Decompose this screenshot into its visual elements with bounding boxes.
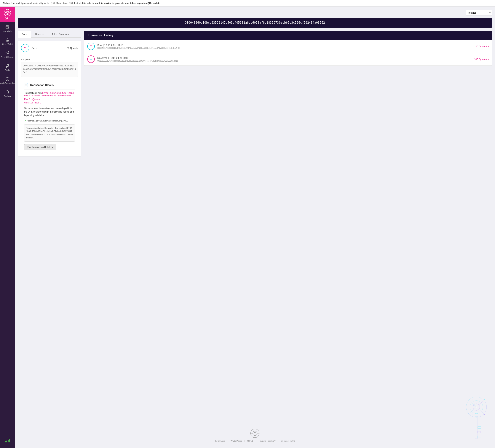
- lock-icon: [5, 38, 10, 42]
- sidebar-item-new-wallet[interactable]: New Wallet: [0, 22, 15, 35]
- content-columns: Send Receive Token Balances: [18, 31, 492, 423]
- recipient-value: 20 Quanta -> Q010400b49b69093b8c212a0b0a…: [21, 62, 78, 77]
- sent-label: Sent: [31, 46, 37, 50]
- qrl-logo-icon: [4, 9, 11, 16]
- notice-bar: Notice: This wallet provides functionali…: [0, 0, 495, 7]
- sent-row: Sent 20 Quanta: [21, 44, 78, 55]
- send-icon: [5, 51, 10, 55]
- tools-icon: [5, 64, 10, 68]
- footer-logo: [18, 429, 492, 438]
- tx-fee-value: 0.1: [29, 98, 32, 101]
- transaction-details: 📄 Transaction Details Transaction Hash 8…: [21, 80, 78, 153]
- tx-sent-title: Sent | 16:19 2 Feb 2019: [97, 44, 473, 46]
- tx-node-row: ✓ testnet-1-private.automated.theqrl.org…: [24, 119, 75, 122]
- tx-details-header: 📄 Transaction Details: [24, 83, 75, 90]
- doc-icon: 📄: [24, 83, 28, 87]
- notice-bold: It is safe to use this service to genera…: [82, 2, 160, 4]
- new-wallet-label: New Wallet: [3, 30, 12, 32]
- network-select[interactable]: Mainnet Testnet: [466, 10, 492, 15]
- close-wallet-label: Close Wallet: [2, 43, 13, 45]
- tx-ots-value: 0: [40, 101, 41, 104]
- tx-status-box: Transaction Status: Complete - Transacti…: [24, 124, 75, 142]
- svg-point-0: [6, 11, 9, 14]
- check-icon: ✓: [24, 119, 27, 122]
- verify-transaction-label: Verify Transaction: [0, 82, 15, 84]
- sidebar-item-close-wallet[interactable]: Close Wallet: [0, 35, 15, 48]
- tx-received-hash: Q01030098c5f196bd399b480c28c7b2ab36c6012…: [97, 60, 472, 62]
- footer-links: theQRL.org | White Paper | Github | Foun…: [18, 440, 492, 442]
- tx-sent-info: Sent | 16:19 2 Feb 2019 Q010400b49b69093…: [97, 44, 473, 49]
- send-panel: Sent 20 Quanta Recipient 20 Quanta -> Q0…: [18, 41, 81, 156]
- svg-point-1: [7, 12, 8, 14]
- tx-received-icon: [87, 55, 95, 63]
- svg-point-14: [254, 432, 256, 434]
- tx-details-title: Transaction Details: [30, 83, 54, 86]
- raw-tx-label: Raw Transaction Details ∨: [27, 146, 54, 149]
- received-history-icon: [89, 57, 93, 61]
- footer-link-problem[interactable]: Found a Problem?: [259, 440, 275, 442]
- footer-link-github[interactable]: Github: [247, 440, 253, 442]
- sidebar-item-explorer[interactable]: Explorer: [0, 87, 15, 100]
- check-circle-icon: [5, 77, 10, 81]
- tab-token-balances[interactable]: Token Balances: [48, 31, 73, 37]
- send-receive-label: Send & Receive: [1, 56, 14, 58]
- signal-indicator: [5, 436, 10, 448]
- signal-bars: [5, 436, 10, 445]
- tx-fee-line: Fee 0.1 Quanta: [24, 98, 75, 101]
- main-content: Mainnet Testnet Q00040060e10bcd03522147b…: [15, 7, 495, 448]
- svg-rect-6: [6, 26, 9, 28]
- tx-ots-line: OTS Key Index 0: [24, 101, 75, 104]
- tx-history-item-sent[interactable]: Sent | 16:19 2 Feb 2019 Q010400b49b69093…: [84, 40, 492, 53]
- raw-transaction-button[interactable]: Raw Transaction Details ∨: [24, 144, 56, 150]
- signal-bar-1: [5, 441, 6, 442]
- sidebar: QRL New Wallet: [0, 7, 15, 448]
- notice-text: This wallet provides functionality for t…: [11, 2, 82, 4]
- tx-received-title: Received | 16:14 2 Feb 2019: [97, 56, 472, 59]
- notice-prefix: Notice:: [3, 2, 11, 4]
- tx-success-text: Success! Your transaction has been relay…: [24, 107, 75, 117]
- tx-history-list: Sent | 16:19 2 Feb 2019 Q010400b49b69093…: [84, 40, 492, 66]
- footer: theQRL.org | White Paper | Github | Foun…: [18, 423, 492, 445]
- tx-history-item-received[interactable]: Received | 16:14 2 Feb 2019 Q01030098c5f…: [84, 53, 492, 66]
- tools-label: Tools: [5, 69, 10, 71]
- signal-bar-2: [6, 441, 7, 442]
- tx-hash-line: Transaction Hash 827d21b35b7926b8f5bc71a…: [24, 92, 75, 97]
- sent-history-icon: [89, 44, 93, 48]
- tab-receive[interactable]: Receive: [31, 31, 48, 37]
- sent-amount: 20 Quanta: [67, 47, 78, 50]
- tab-send[interactable]: Send: [18, 31, 31, 38]
- tx-sent-hash: Q010400b49b69093b8c212a0b0a22376ec1c5c67…: [97, 47, 473, 49]
- sidebar-logo[interactable]: QRL: [0, 7, 15, 22]
- network-row: Mainnet Testnet: [18, 10, 492, 15]
- search-icon: [5, 90, 10, 95]
- sidebar-item-send-receive[interactable]: Send & Receive: [0, 48, 15, 61]
- right-panel: Transaction History Sent | 16:19 2 Feb 2…: [84, 31, 492, 423]
- footer-link-version[interactable]: qrl-wallet v1.0.8: [281, 440, 295, 442]
- tx-fee-label: Fee: [24, 98, 28, 101]
- svg-point-9: [7, 40, 8, 41]
- wallet-address: Q00040060e10bcd03522147b503c405932a6eb60…: [18, 18, 492, 28]
- footer-link-whitepaper[interactable]: White Paper: [231, 440, 242, 442]
- sent-icon: [21, 44, 29, 52]
- tx-received-info: Received | 16:14 2 Feb 2019 Q01030098c5f…: [97, 56, 472, 62]
- left-panel: Send Receive Token Balances: [18, 31, 81, 423]
- tx-sent-amount[interactable]: 20 Quanta >: [475, 45, 489, 48]
- tx-ots-label: OTS Key Index: [24, 101, 39, 104]
- tx-hash-label: Transaction Hash: [24, 92, 42, 94]
- tx-fee-unit: Quanta: [32, 98, 40, 101]
- sidebar-item-verify-transaction[interactable]: Verify Transaction: [0, 74, 15, 87]
- tabs: Send Receive Token Balances: [18, 31, 81, 38]
- svg-rect-7: [8, 27, 9, 28]
- signal-bar-3: [8, 440, 9, 442]
- tx-history-header: Transaction History: [84, 31, 492, 40]
- tx-sent-icon: [87, 43, 95, 50]
- logo-svg: [5, 10, 10, 15]
- tx-received-amount[interactable]: 100 Quanta >: [474, 58, 489, 61]
- wallet-icon: [5, 25, 10, 29]
- recipient-label: Recipient: [21, 58, 78, 61]
- footer-link-theqrl[interactable]: theQRL.org: [215, 440, 225, 442]
- sidebar-item-tools[interactable]: Tools: [0, 61, 15, 74]
- explorer-label: Explorer: [4, 95, 11, 97]
- network-select-wrapper[interactable]: Mainnet Testnet: [466, 10, 492, 15]
- svg-point-13: [253, 431, 257, 435]
